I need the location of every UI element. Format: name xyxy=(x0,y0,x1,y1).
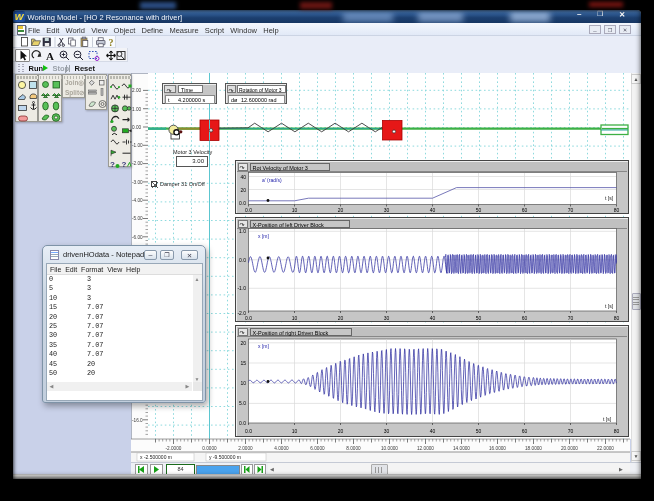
svg-text:1.00: 1.00 xyxy=(132,107,142,112)
svg-text:70: 70 xyxy=(567,315,573,321)
svg-text:10: 10 xyxy=(291,428,297,434)
svg-text:-6.00: -6.00 xyxy=(132,235,143,240)
svg-text:12.0000: 12.0000 xyxy=(417,446,434,451)
svg-text:t [s]: t [s] xyxy=(603,416,612,422)
svg-text:-2.0000: -2.0000 xyxy=(166,446,182,451)
svg-text:50: 50 xyxy=(475,207,481,213)
svg-text:0.0: 0.0 xyxy=(245,315,252,321)
svg-text:30: 30 xyxy=(383,315,389,321)
svg-text:y -9.500000 m: y -9.500000 m xyxy=(209,454,241,460)
svg-text:16.0000: 16.0000 xyxy=(489,446,506,451)
svg-text:10: 10 xyxy=(291,207,297,213)
svg-text:30: 30 xyxy=(383,428,389,434)
svg-text:2.00: 2.00 xyxy=(132,88,142,93)
svg-text:0.0: 0.0 xyxy=(245,207,252,213)
svg-text:0.0: 0.0 xyxy=(239,257,246,263)
svg-text:15: 15 xyxy=(240,360,246,366)
svg-text:50: 50 xyxy=(475,315,481,321)
svg-text:-1.0: -1.0 xyxy=(237,285,246,291)
svg-text:-3.00: -3.00 xyxy=(132,180,143,185)
svg-text:x -2.500000 m: x -2.500000 m xyxy=(140,454,172,460)
svg-text:10: 10 xyxy=(240,380,246,386)
svg-text:?: ? xyxy=(110,160,115,168)
svg-text:0.0: 0.0 xyxy=(245,428,252,434)
svg-text:10: 10 xyxy=(291,315,297,321)
svg-text:70: 70 xyxy=(567,428,573,434)
svg-text:A: A xyxy=(46,50,54,62)
svg-text:40: 40 xyxy=(429,207,435,213)
svg-text:10.0000: 10.0000 xyxy=(381,446,398,451)
svg-text:60: 60 xyxy=(521,315,527,321)
svg-text:t [s]: t [s] xyxy=(605,303,614,309)
svg-text:20: 20 xyxy=(337,428,343,434)
svg-text:-16.0: -16.0 xyxy=(132,418,143,423)
svg-text:18.0000: 18.0000 xyxy=(525,446,542,451)
svg-text:50: 50 xyxy=(475,428,481,434)
svg-text:60: 60 xyxy=(521,428,527,434)
svg-text:?: ? xyxy=(109,37,114,48)
svg-text:-4.00: -4.00 xyxy=(132,198,143,203)
svg-text:1.0: 1.0 xyxy=(239,228,246,234)
svg-text:40: 40 xyxy=(429,428,435,434)
svg-text:40: 40 xyxy=(429,315,435,321)
svg-text:-2.00: -2.00 xyxy=(132,161,143,166)
svg-text:5.0: 5.0 xyxy=(239,400,246,406)
svg-text:x [m]: x [m] xyxy=(258,233,269,239)
svg-text:20: 20 xyxy=(337,207,343,213)
svg-text:?: ? xyxy=(122,160,127,168)
svg-text:80: 80 xyxy=(613,207,619,213)
svg-text:70: 70 xyxy=(567,207,573,213)
svg-text:80: 80 xyxy=(613,315,619,321)
svg-text:8.0000: 8.0000 xyxy=(346,446,361,451)
svg-text:0.00: 0.00 xyxy=(132,125,142,130)
svg-text:20: 20 xyxy=(337,315,343,321)
svg-text:4.0000: 4.0000 xyxy=(274,446,289,451)
svg-text:30: 30 xyxy=(383,207,389,213)
svg-text:-1.00: -1.00 xyxy=(132,143,143,148)
svg-text:0.0: 0.0 xyxy=(239,420,246,426)
svg-text:14.0000: 14.0000 xyxy=(453,446,470,451)
svg-text:6.0000: 6.0000 xyxy=(310,446,325,451)
svg-text:20: 20 xyxy=(240,340,246,346)
svg-text:0.0000: 0.0000 xyxy=(202,446,217,451)
svg-text:2.0000: 2.0000 xyxy=(238,446,253,451)
svg-text:22.0000: 22.0000 xyxy=(597,446,614,451)
svg-text:60: 60 xyxy=(521,207,527,213)
svg-text:-5.00: -5.00 xyxy=(132,216,143,221)
svg-text:80: 80 xyxy=(613,428,619,434)
svg-text:x [m]: x [m] xyxy=(258,343,269,349)
svg-text:20.0000: 20.0000 xyxy=(561,446,578,451)
